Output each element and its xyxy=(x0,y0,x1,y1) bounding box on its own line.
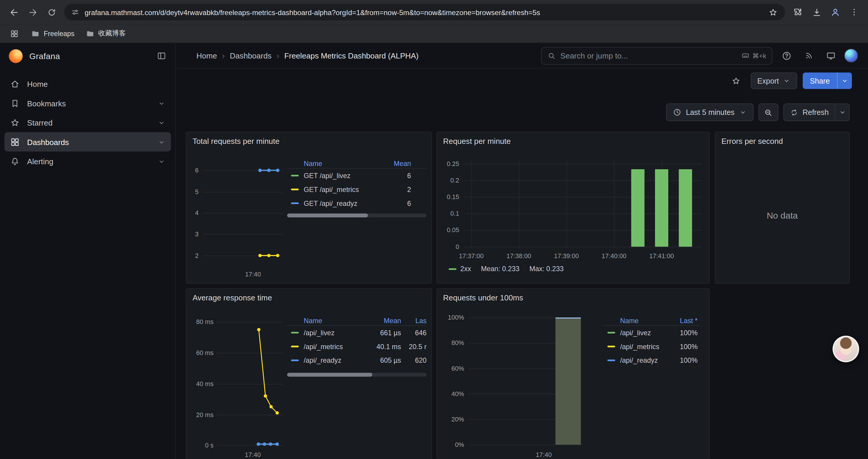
refresh-interval-chevron[interactable] xyxy=(835,103,850,121)
legend-row[interactable]: /api/_livez661 µs646 xyxy=(287,326,427,340)
legend-header-mean[interactable]: Mean xyxy=(378,160,411,167)
series-swatch xyxy=(291,175,299,177)
bookmark-folder-favorites[interactable]: 收藏博客 xyxy=(81,27,130,40)
sidebar-item-dashboards[interactable]: Dashboards xyxy=(4,132,171,152)
breadcrumb-home[interactable]: Home xyxy=(196,51,217,60)
back-button[interactable] xyxy=(4,3,23,22)
panel-title[interactable]: Request per minute xyxy=(443,137,511,145)
download-icon xyxy=(811,7,822,18)
series-swatch xyxy=(291,189,299,191)
apps-grid-button[interactable] xyxy=(6,26,22,41)
y-axis-tick-label: 40 ms xyxy=(186,380,214,388)
address-bar[interactable] xyxy=(64,4,785,21)
user-avatar[interactable] xyxy=(844,49,858,63)
bar-chart: 0.250.20.150.10.05017:37:0017:38:0017:39… xyxy=(437,132,709,283)
data-point xyxy=(276,254,279,257)
series-name: /api/_metrics xyxy=(304,342,343,350)
legend-series-2xx[interactable]: 2xx xyxy=(449,265,471,273)
series-swatch xyxy=(608,346,615,347)
browser-menu-button[interactable] xyxy=(845,3,864,22)
panel-requests-under-100ms: Requests under 100ms 100%80%60%40%20%0%1… xyxy=(436,288,710,459)
legend-header-name[interactable]: Name xyxy=(287,317,363,324)
legend-row[interactable]: /api/_readyz100% xyxy=(603,354,700,367)
panel-title[interactable]: Average response time xyxy=(193,293,272,302)
legend-row[interactable]: /api/_livez100% xyxy=(603,326,700,340)
bookmark-folder-freeleaps[interactable]: Freeleaps xyxy=(27,27,79,40)
legend-row[interactable]: /api/_readyz605 µs620 xyxy=(287,354,427,367)
breadcrumb-dashboards[interactable]: Dashboards xyxy=(230,51,272,60)
y-axis-tick-label: 2 xyxy=(186,252,198,259)
legend-header-name[interactable]: Name xyxy=(603,317,670,324)
y-axis-tick-label: 0 s xyxy=(186,441,214,449)
chevron-down-icon[interactable] xyxy=(158,99,165,107)
search-input[interactable] xyxy=(560,51,737,60)
chevron-down-icon[interactable] xyxy=(158,138,165,145)
legend-row[interactable]: /api/_metrics100% xyxy=(603,340,700,354)
sidebar-item-starred[interactable]: Starred xyxy=(4,113,171,132)
refresh-button[interactable]: Refresh xyxy=(783,103,836,121)
legend-row[interactable]: GET /api/_readyz6 xyxy=(287,196,427,210)
share-button[interactable]: Share xyxy=(803,72,837,89)
sidebar-collapse-icon[interactable] xyxy=(157,51,167,61)
panel-title[interactable]: Requests under 100ms xyxy=(443,293,523,302)
sidebar-item-alerting[interactable]: Alerting xyxy=(4,152,171,171)
series-value: 40.1 ms xyxy=(362,342,401,350)
breadcrumb-separator: › xyxy=(277,51,279,60)
bookmark-label: Freeleaps xyxy=(44,30,74,37)
chevron-down-icon[interactable] xyxy=(158,157,165,165)
legend-table: NameLast */api/_livez100%/api/_metrics10… xyxy=(603,316,700,367)
series-value: 6 xyxy=(378,172,411,179)
legend-row[interactable]: /api/_metrics40.1 ms20.5 r xyxy=(287,340,427,354)
series-value: 6 xyxy=(378,199,411,207)
profile-button[interactable] xyxy=(826,3,845,22)
zoom-out-icon xyxy=(764,107,773,117)
legend-header-name[interactable]: Name xyxy=(287,160,378,167)
kiosk-mode-button[interactable] xyxy=(822,47,840,64)
x-axis-tick-label: 17:40 xyxy=(234,451,272,458)
legend-scrollbar-thumb[interactable] xyxy=(287,214,368,218)
panel-title[interactable]: Errors per second xyxy=(721,137,783,145)
series-value: 605 µs xyxy=(362,357,401,364)
legend-header-row: NameLast * xyxy=(603,316,700,326)
site-settings-icon[interactable] xyxy=(71,8,80,17)
extensions-button[interactable] xyxy=(788,3,807,22)
legend-scrollbar-thumb[interactable] xyxy=(287,373,372,376)
sidebar-item-bookmarks[interactable]: Bookmarks xyxy=(4,93,171,113)
news-button[interactable] xyxy=(800,47,818,64)
search-box[interactable]: ⌘+k xyxy=(541,47,772,64)
legend-header-las[interactable]: Las xyxy=(401,317,427,324)
grafana-sidebar: Grafana HomeBookmarksStarredDashboardsAl… xyxy=(0,43,176,459)
floating-avatar[interactable] xyxy=(833,336,859,362)
bookmark-star-icon[interactable] xyxy=(764,7,783,17)
legend-scrollbar[interactable] xyxy=(287,373,427,376)
legend-scrollbar[interactable] xyxy=(287,214,427,218)
chevron-down-icon[interactable] xyxy=(158,119,165,126)
legend-header-mean[interactable]: Mean xyxy=(362,317,401,324)
legend-row[interactable]: GET /api/_metrics2 xyxy=(287,183,427,196)
dock-panel-icon xyxy=(157,51,167,61)
legend: 2xxMean: 0.233Max: 0.233 xyxy=(449,265,564,273)
forward-arrow-icon xyxy=(28,7,38,18)
time-range-picker[interactable]: Last 5 minutes xyxy=(666,103,753,121)
panel-title[interactable]: Total requests per minute xyxy=(193,137,279,145)
downloads-button[interactable] xyxy=(807,3,826,22)
chevron-down-icon xyxy=(739,108,747,116)
zoom-out-button[interactable] xyxy=(758,103,778,121)
grafana-logo[interactable] xyxy=(9,49,23,63)
legend-header-last[interactable]: Last * xyxy=(670,317,698,324)
legend-row[interactable]: GET /api/_livez6 xyxy=(287,169,427,183)
refresh-icon xyxy=(790,108,798,117)
forward-button[interactable] xyxy=(23,3,42,22)
sidebar-item-home[interactable]: Home xyxy=(4,74,171,94)
share-menu-chevron[interactable] xyxy=(837,72,852,89)
series-swatch xyxy=(291,332,299,334)
reload-icon xyxy=(47,7,56,17)
url-input[interactable] xyxy=(85,8,764,16)
favorite-star-button[interactable] xyxy=(727,72,745,90)
back-arrow-icon xyxy=(8,7,19,18)
help-button[interactable] xyxy=(778,47,796,64)
y-axis-tick-label: 0.25 xyxy=(437,160,459,167)
y-axis-tick-label: 20% xyxy=(437,415,464,423)
export-button[interactable]: Export xyxy=(751,72,797,89)
reload-button[interactable] xyxy=(42,3,61,22)
